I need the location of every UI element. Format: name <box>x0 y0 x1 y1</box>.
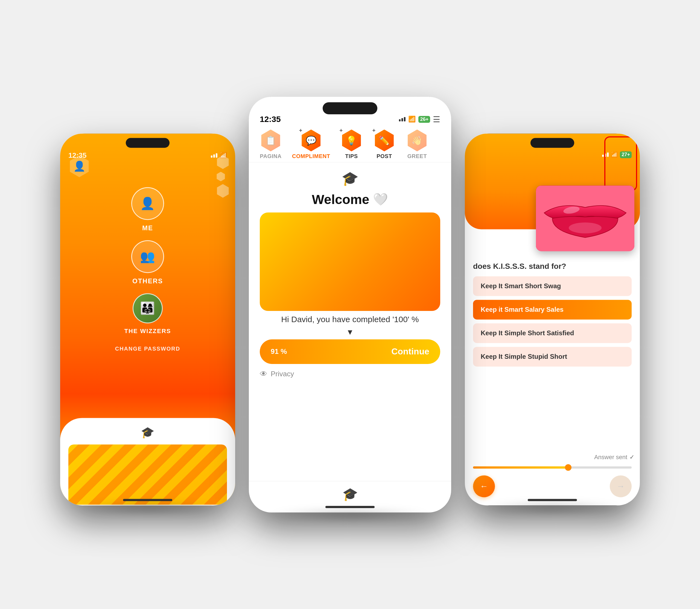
left-white-bottom: 🎓 <box>60 418 235 505</box>
answer-sent-text: Answer sent <box>594 454 627 461</box>
center-phone: 12:35 📶 26+ ☰ <box>249 97 451 512</box>
tab-greet-icon-wrap: 👋 <box>406 129 428 152</box>
left-home-indicator <box>123 499 172 501</box>
center-home-indicator <box>326 506 374 508</box>
center-signal <box>399 117 405 121</box>
me-circle[interactable]: 👤 <box>131 187 164 220</box>
tab-compliment-icon-wrap: + 💬 <box>300 129 322 152</box>
left-notch <box>126 138 170 148</box>
tab-post-hexagon: ✏️ <box>373 129 395 152</box>
left-phone: 12:35 📶 <box>60 134 235 505</box>
nav-wizzers[interactable]: 👨‍👩‍👧 THE WIZZERS <box>124 293 171 335</box>
tab-greet[interactable]: 👋 GREET <box>401 129 433 159</box>
privacy-label: Privacy <box>271 370 294 378</box>
tips-plus-icon: + <box>339 127 343 134</box>
tab-tips-hexagon: 💡 <box>340 129 362 152</box>
hex-decorations <box>216 155 230 198</box>
tips-icon: 💡 <box>346 135 357 146</box>
check-circle-icon: ✓ <box>629 454 634 461</box>
continue-percent: 91 % <box>271 347 287 356</box>
quiz-option-3[interactable]: Keep It Simple Short Satisfied <box>473 323 632 343</box>
quiz-option-2[interactable]: Keep it Smart Salary Sales <box>473 300 632 319</box>
quiz-option-4[interactable]: Keep It Simple Stupid Short <box>473 347 632 366</box>
scene: 12:35 📶 <box>49 31 651 578</box>
quiz-option-1-text: Keep It Smart Short Swag <box>481 282 561 290</box>
center-wifi-icon: 📶 <box>408 116 416 123</box>
continue-button[interactable]: 91 % Continue <box>260 340 440 364</box>
forward-button[interactable]: → <box>610 475 632 497</box>
progress-text-content: Hi David, you have completed '100' % <box>281 315 419 324</box>
forward-arrow-icon: → <box>617 482 625 491</box>
tab-pagina[interactable]: 📋 PAGINA <box>254 129 287 159</box>
welcome-grad-cap: 🎓 <box>342 171 358 187</box>
left-hex-icon-inner: 👤 <box>73 160 86 172</box>
wizzers-avatar[interactable]: 👨‍👩‍👧 <box>133 293 163 323</box>
right-battery: 27+ <box>620 151 632 158</box>
right-wifi-icon: 📶 <box>611 151 618 158</box>
progress-text: Hi David, you have completed '100' % <box>249 311 451 328</box>
left-phone-content: 12:35 📶 <box>60 134 235 505</box>
tab-greet-label: GREET <box>407 153 427 159</box>
tab-post[interactable]: + ✏️ POST <box>368 129 401 159</box>
center-notch <box>323 102 377 114</box>
right-header: 📶 27+ <box>465 134 640 229</box>
post-plus-icon: + <box>372 127 375 134</box>
me-label: ME <box>142 224 153 232</box>
quiz-option-3-text: Keep It Simple Short Satisfied <box>481 329 574 337</box>
left-bottom-cap: 🎓 <box>141 426 155 439</box>
slider-track <box>473 466 632 468</box>
welcome-title-row: Welcome 🤍 <box>312 192 388 207</box>
tab-pagina-hexagon: 📋 <box>260 129 282 152</box>
tab-compliment[interactable]: + 💬 COMPLIMENT <box>287 129 335 159</box>
post-icon: ✏️ <box>379 135 390 146</box>
progress-slider[interactable] <box>465 464 640 471</box>
others-icon: 👥 <box>140 249 155 264</box>
back-arrow-icon: ← <box>480 482 488 491</box>
compliment-icon: 💬 <box>306 135 317 146</box>
quiz-question: does K.I.S.S.S. stand for? <box>473 262 632 271</box>
chevron-down-icon: ▼ <box>249 328 451 337</box>
answer-sent-row: Answer sent ✓ <box>465 454 640 464</box>
right-home-indicator <box>528 499 577 501</box>
right-signal <box>602 152 609 157</box>
center-time: 12:35 <box>260 115 281 124</box>
tab-compliment-label: COMPLIMENT <box>292 153 330 159</box>
tab-post-label: POST <box>377 153 392 159</box>
eye-icon: 👁 <box>260 369 267 379</box>
nav-me[interactable]: 👤 ME <box>131 187 164 232</box>
quiz-option-1[interactable]: Keep It Smart Short Swag <box>473 276 632 296</box>
slider-thumb[interactable] <box>565 464 572 471</box>
nav-others[interactable]: 👥 OTHERS <box>131 240 164 285</box>
tab-greet-hexagon: 👋 <box>406 129 428 152</box>
right-phone-content: 📶 27+ <box>465 134 640 505</box>
welcome-section: 🎓 Welcome 🤍 <box>249 162 451 212</box>
right-notch <box>530 138 574 148</box>
back-button[interactable]: ← <box>473 475 495 497</box>
wizzers-label: THE WIZZERS <box>124 328 171 335</box>
center-battery: 26+ <box>418 116 430 123</box>
change-password-link[interactable]: CHANGE PASSWORD <box>115 346 180 352</box>
others-label: OTHERS <box>132 277 163 285</box>
tab-compliment-hexagon: 💬 <box>300 129 322 152</box>
welcome-title: Welcome <box>312 192 369 207</box>
quiz-option-2-text: Keep it Smart Salary Sales <box>481 306 563 313</box>
progress-card <box>260 212 440 311</box>
lips-svg <box>536 186 634 251</box>
tab-tips[interactable]: + 💡 TIPS <box>335 129 368 159</box>
greet-icon: 👋 <box>412 135 422 146</box>
me-icon: 👤 <box>140 196 155 211</box>
privacy-row[interactable]: 👁 Privacy <box>249 367 451 381</box>
hex-bubble-2 <box>216 172 226 181</box>
tab-pagina-icon-wrap: 📋 <box>260 129 282 152</box>
compliment-plus-icon: + <box>299 127 302 134</box>
hex-bubble-1 <box>216 155 230 169</box>
stairs-pattern <box>68 445 227 505</box>
hex-bubble-3 <box>216 184 230 198</box>
quiz-option-4-text: Keep It Simple Stupid Short <box>481 353 567 360</box>
center-phone-content: 12:35 📶 26+ ☰ <box>249 97 451 512</box>
tab-tips-icon-wrap: + 💡 <box>340 129 362 152</box>
quiz-section: does K.I.S.S.S. stand for? Keep It Smart… <box>465 229 640 454</box>
hamburger-menu[interactable]: ☰ <box>433 115 440 124</box>
left-nav-circles: 👤 ME 👥 OTHERS 👨‍👩‍👧 <box>124 187 171 335</box>
others-circle[interactable]: 👥 <box>131 240 164 273</box>
